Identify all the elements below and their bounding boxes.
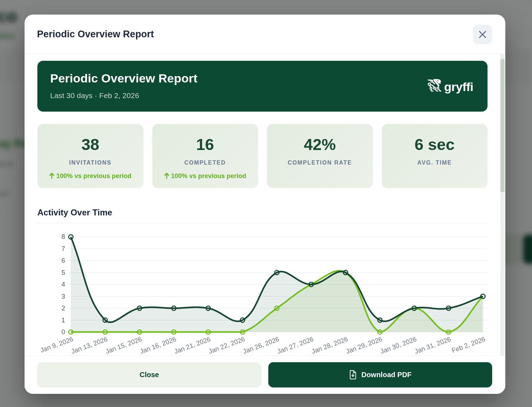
svg-text:5: 5 [62, 269, 65, 276]
svg-text:Jan 22, 2026: Jan 22, 2026 [207, 335, 246, 355]
svg-text:Jan 31, 2026: Jan 31, 2026 [414, 335, 452, 355]
svg-text:Jan 27, 2026: Jan 27, 2026 [276, 335, 315, 355]
svg-text:Jan 15, 2026: Jan 15, 2026 [105, 335, 143, 355]
svg-text:Jan 28, 2026: Jan 28, 2026 [311, 335, 349, 355]
svg-text:7: 7 [62, 245, 65, 252]
svg-text:Jan 30, 2026: Jan 30, 2026 [379, 335, 418, 355]
svg-text:Jan 26, 2026: Jan 26, 2026 [242, 335, 280, 355]
svg-text:3: 3 [62, 293, 65, 300]
svg-text:8: 8 [62, 233, 65, 240]
svg-text:Jan 13, 2026: Jan 13, 2026 [70, 335, 109, 355]
svg-text:Jan 16, 2026: Jan 16, 2026 [139, 335, 177, 355]
svg-text:6: 6 [62, 257, 65, 264]
svg-text:0: 0 [62, 328, 65, 336]
svg-text:Feb 2, 2026: Feb 2, 2026 [451, 335, 486, 354]
svg-text:Jan 29, 2026: Jan 29, 2026 [345, 335, 383, 355]
svg-text:4: 4 [62, 280, 65, 288]
svg-text:2: 2 [62, 304, 65, 312]
svg-text:gryffi: gryffi [444, 80, 473, 93]
svg-text:Jan 9, 2026: Jan 9, 2026 [39, 335, 74, 354]
svg-text:1: 1 [62, 316, 65, 324]
svg-text:Jan 21, 2026: Jan 21, 2026 [173, 335, 212, 355]
